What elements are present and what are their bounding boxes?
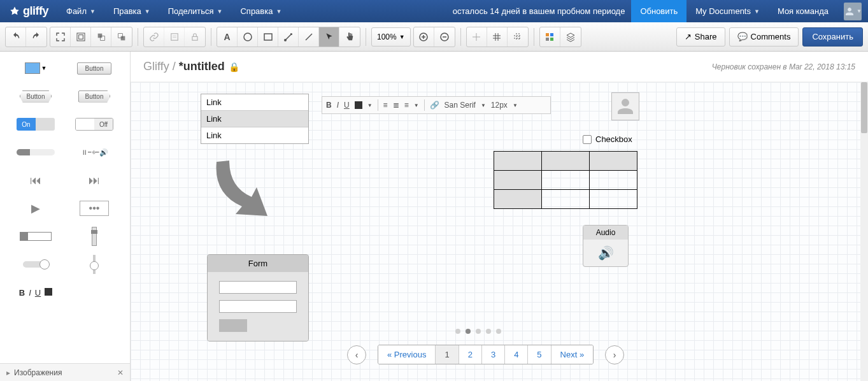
- comments-button[interactable]: 💬Comments: [729, 27, 799, 47]
- form-button[interactable]: [219, 319, 247, 332]
- shape-arrow[interactable]: [207, 155, 277, 228]
- shape-carousel-dots[interactable]: [455, 329, 501, 334]
- shape-progress[interactable]: [9, 142, 62, 162]
- group-button[interactable]: [71, 27, 91, 47]
- text-tool[interactable]: A: [217, 27, 238, 47]
- audio-title: Audio: [583, 226, 628, 240]
- grid-button[interactable]: [487, 27, 508, 47]
- logo[interactable]: gliffy: [0, 4, 57, 18]
- form-input[interactable]: [219, 300, 297, 313]
- pager-next[interactable]: Next »: [551, 345, 594, 364]
- shape-button-1[interactable]: Button: [68, 58, 121, 78]
- menu-edit[interactable]: Правка▼: [104, 0, 159, 22]
- grid-snap-button[interactable]: [467, 27, 487, 47]
- link-button: [144, 27, 164, 47]
- list-item[interactable]: Link: [201, 110, 308, 127]
- shape-table[interactable]: [494, 151, 637, 209]
- doc-title[interactable]: *untitled: [179, 60, 225, 73]
- lock-icon[interactable]: 🔒: [229, 62, 239, 72]
- shape-toggle-off[interactable]: Off: [68, 114, 121, 134]
- user-avatar[interactable]: ▼: [844, 3, 862, 20]
- shape-button-3[interactable]: Button: [68, 86, 121, 106]
- align-icon[interactable]: ≡: [404, 101, 409, 110]
- shape-skip-back[interactable]: ⏮: [9, 170, 62, 190]
- back-button[interactable]: [111, 27, 132, 47]
- undo-button[interactable]: [6, 27, 26, 47]
- shape-toggle-on[interactable]: On: [9, 114, 62, 134]
- menu-team[interactable]: Моя команда: [769, 0, 837, 22]
- shape-switch[interactable]: [9, 254, 62, 275]
- underline-icon[interactable]: U: [344, 101, 350, 110]
- layers-icon: [566, 32, 576, 42]
- link-icon[interactable]: 🔗: [430, 101, 439, 110]
- shapes-sidebar: ▼ Button Button Button On Off ⏸━◉━🔊 ⏮ ⏭ …: [0, 52, 131, 381]
- shape-rtf-toolbar[interactable]: B I U ▼ ≡ ≣ ≡▼ 🔗 San Serif▼ 12px▼: [322, 96, 551, 114]
- zoom-select[interactable]: 100%▼: [371, 27, 411, 47]
- zoom-in-button[interactable]: [414, 27, 434, 47]
- main-area: ▼ Button Button Button On Off ⏸━◉━🔊 ⏮ ⏭ …: [0, 52, 868, 381]
- menu-file[interactable]: Файл▼: [57, 0, 104, 22]
- shape-checkbox[interactable]: Checkbox: [583, 134, 632, 144]
- list-ul-icon[interactable]: ≡: [383, 101, 388, 110]
- shape-slider-media[interactable]: ⏸━◉━🔊: [68, 142, 121, 162]
- shape-pager[interactable]: ‹ « Previous 1 2 3 4 5 Next » ›: [347, 345, 624, 364]
- next-circle-button[interactable]: ›: [605, 345, 624, 364]
- pager-prev[interactable]: « Previous: [378, 345, 436, 364]
- front-button[interactable]: [91, 27, 111, 47]
- shape-more[interactable]: •••: [68, 198, 121, 219]
- shape-form[interactable]: Form: [207, 254, 309, 341]
- shape-field[interactable]: [9, 226, 62, 247]
- canvas[interactable]: Link Link Link B I U ▼ ≡ ≣ ≡▼ 🔗 San Seri…: [131, 82, 860, 381]
- layers-button[interactable]: [560, 27, 581, 47]
- fit-button[interactable]: [50, 27, 71, 47]
- close-icon[interactable]: ✕: [117, 368, 124, 377]
- svg-rect-7: [192, 36, 197, 40]
- size-select[interactable]: 12px: [491, 101, 508, 110]
- shape-link-list[interactable]: Link Link Link: [201, 94, 309, 144]
- bold-icon[interactable]: B: [326, 101, 332, 110]
- pager-page[interactable]: 5: [528, 345, 551, 364]
- shape-vslider[interactable]: [68, 226, 121, 247]
- font-select[interactable]: San Serif: [445, 101, 476, 110]
- pager-page[interactable]: 2: [459, 345, 482, 364]
- pager-page[interactable]: 3: [482, 345, 505, 364]
- vertical-scrollbar[interactable]: [860, 82, 868, 381]
- guides-button[interactable]: [508, 27, 528, 47]
- svg-rect-1: [78, 34, 83, 39]
- pan-tool[interactable]: [339, 27, 360, 47]
- share-button[interactable]: ↗Share: [676, 27, 725, 47]
- pager-page[interactable]: 1: [436, 345, 459, 364]
- ellipse-tool[interactable]: [238, 27, 258, 47]
- zoom-out-button[interactable]: [434, 27, 455, 47]
- list-ol-icon[interactable]: ≣: [393, 101, 399, 110]
- shape-play[interactable]: ▶: [9, 198, 62, 219]
- shape-button-2[interactable]: Button: [9, 86, 62, 106]
- shape-audio[interactable]: Audio 🔊: [583, 225, 629, 267]
- shape-color-swatch[interactable]: ▼: [9, 58, 62, 78]
- save-button[interactable]: Сохранить: [802, 27, 863, 47]
- rect-tool[interactable]: [258, 27, 278, 47]
- form-input[interactable]: [219, 281, 297, 294]
- list-item[interactable]: Link: [201, 94, 308, 110]
- shape-avatar[interactable]: [611, 92, 639, 120]
- shape-vslider-2[interactable]: [68, 254, 121, 275]
- menu-share[interactable]: Поделиться▼: [159, 0, 232, 22]
- prev-circle-button[interactable]: ‹: [347, 345, 366, 364]
- list-item[interactable]: Link: [201, 127, 308, 143]
- redo-button[interactable]: [26, 27, 46, 47]
- sidebar-section-images[interactable]: ▸ Изображения ✕: [0, 363, 130, 381]
- update-button[interactable]: Обновить: [631, 0, 687, 22]
- theme-button[interactable]: [540, 27, 560, 47]
- menu-mydocs[interactable]: My Documents▼: [687, 0, 769, 22]
- pager-page[interactable]: 4: [505, 345, 528, 364]
- color-icon[interactable]: [355, 101, 362, 109]
- theme-icon: [544, 32, 555, 42]
- connector-tool[interactable]: [278, 27, 299, 47]
- line-tool[interactable]: [299, 27, 319, 47]
- pointer-tool[interactable]: [319, 27, 339, 47]
- shape-text-style[interactable]: BIU: [9, 282, 62, 303]
- menu-help[interactable]: Справка▼: [231, 0, 290, 22]
- checkbox-box[interactable]: [583, 135, 592, 144]
- italic-icon[interactable]: I: [337, 101, 339, 110]
- shape-skip-fwd[interactable]: ⏭: [68, 170, 121, 190]
